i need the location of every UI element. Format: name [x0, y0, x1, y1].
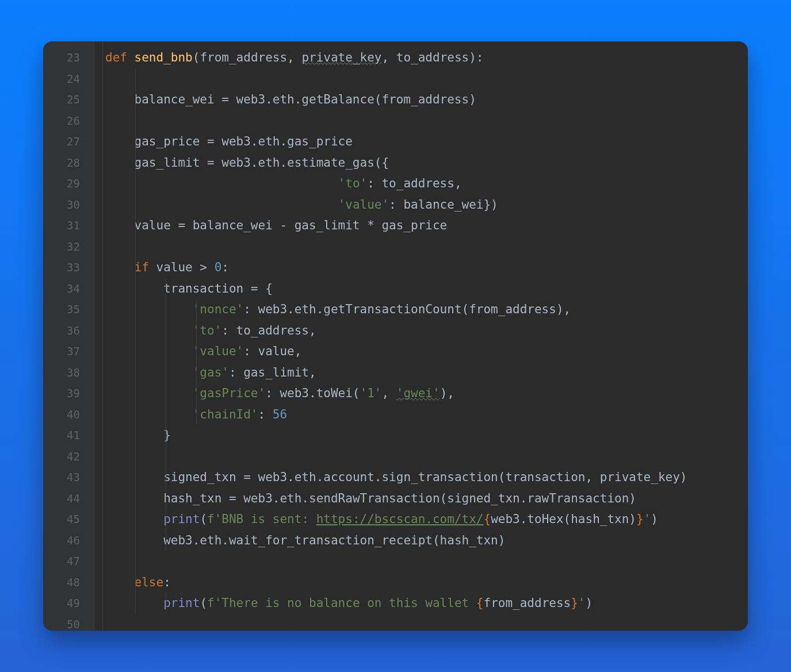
code-editor[interactable]: 2324252627282930313233343536373839404142… — [43, 41, 748, 631]
token: : balance_wei}) — [389, 198, 498, 212]
token: 'value' — [193, 344, 244, 358]
line-number: 48 — [43, 572, 94, 593]
code-line[interactable]: 'gas': gas_limit, — [105, 362, 748, 383]
token: ) — [586, 596, 593, 610]
token: gas_limit = web3.eth.estimate_gas({ — [135, 156, 389, 170]
code-line[interactable]: gas_limit = web3.eth.estimate_gas({ — [105, 152, 748, 174]
token: ( — [200, 596, 207, 610]
line-number: 26 — [43, 110, 94, 132]
token: gas_price = web3.eth.gas_price — [135, 135, 353, 148]
token: ' — [578, 596, 586, 610]
token: https://bscscan.com/tx/ — [316, 512, 484, 526]
token: ) — [651, 512, 658, 526]
token: } — [163, 428, 171, 442]
line-number: 40 — [43, 404, 94, 425]
line-number: 35 — [43, 299, 94, 320]
token: web3.eth.wait_for_transaction_receipt(ha… — [163, 533, 505, 547]
token: else — [135, 575, 164, 589]
fold-column — [94, 41, 103, 631]
code-line[interactable]: def send_bnb(from_address, private_key, … — [105, 47, 748, 68]
code-line[interactable] — [105, 551, 748, 572]
code-line[interactable]: 'chainId': 56 — [105, 404, 748, 425]
line-number: 34 — [43, 278, 94, 299]
code-line[interactable]: gas_price = web3.eth.gas_price — [105, 131, 748, 152]
token: f'BNB is sent: — [207, 512, 316, 526]
line-number: 50 — [43, 614, 94, 631]
code-line[interactable] — [105, 110, 748, 132]
token: : to_address, — [221, 324, 316, 337]
token: balance_wei = web3.eth.getBalance(from_a… — [135, 93, 476, 106]
token: : — [258, 408, 273, 421]
token: send_bnb — [135, 51, 193, 64]
line-number: 27 — [43, 131, 94, 152]
code-line[interactable]: print(f'BNB is sent: https://bscscan.com… — [105, 509, 748, 530]
code-line[interactable]: signed_txn = web3.eth.account.sign_trans… — [105, 467, 748, 488]
code-line[interactable]: print(f'There is no balance on this wall… — [105, 593, 748, 614]
line-number: 41 — [43, 425, 94, 446]
token: } — [636, 512, 644, 526]
line-number: 25 — [43, 89, 94, 110]
token: transaction = { — [163, 282, 273, 295]
line-number: 36 — [43, 320, 94, 341]
token: , — [381, 51, 396, 64]
token: ), — [440, 386, 454, 400]
token: web3.toHex(hash_txn) — [491, 512, 636, 526]
code-line[interactable]: 'to': to_address, — [105, 320, 748, 341]
token: private_key — [301, 51, 381, 64]
token: def — [105, 51, 135, 64]
line-number: 42 — [43, 446, 94, 467]
line-number: 38 — [43, 362, 94, 383]
token: : value, — [243, 344, 301, 358]
code-line[interactable] — [105, 236, 748, 258]
token: 56 — [273, 408, 287, 421]
token: : — [221, 260, 229, 274]
token: : web3.toWei( — [265, 386, 360, 400]
token: , — [381, 386, 396, 400]
code-line[interactable]: else: — [105, 572, 748, 593]
token: signed_txn = web3.eth.account.sign_trans… — [163, 470, 687, 484]
token: 'gasPrice' — [193, 386, 265, 400]
token: from_address — [200, 51, 287, 64]
token: print — [163, 596, 200, 610]
code-line[interactable]: 'nonce': web3.eth.getTransactionCount(fr… — [105, 299, 748, 320]
line-number: 45 — [43, 509, 94, 530]
token: ( — [193, 51, 200, 64]
token: ' — [644, 512, 651, 526]
token: to_address — [396, 51, 469, 64]
code-line[interactable]: if value > 0: — [105, 257, 748, 278]
line-number: 49 — [43, 593, 94, 614]
code-line[interactable]: web3.eth.wait_for_transaction_receipt(ha… — [105, 530, 748, 551]
token: { — [476, 596, 484, 610]
code-line[interactable]: hash_txn = web3.eth.sendRawTransaction(s… — [105, 488, 748, 509]
token — [135, 198, 338, 212]
code-line[interactable]: 'value': balance_wei}) — [105, 194, 748, 216]
line-number: 31 — [43, 215, 94, 236]
code-line[interactable]: transaction = { — [105, 278, 748, 299]
code-line[interactable]: 'value': value, — [105, 341, 748, 362]
code-line[interactable]: } — [105, 425, 748, 446]
token: f'There is no balance on this wallet — [207, 596, 476, 610]
token: ): — [469, 51, 483, 64]
line-number-gutter: 2324252627282930313233343536373839404142… — [43, 41, 94, 631]
token: : web3.eth.getTransactionCount(from_addr… — [243, 302, 571, 316]
token: , — [287, 51, 301, 64]
code-area[interactable]: def send_bnb(from_address, private_key, … — [103, 41, 748, 631]
code-line[interactable]: value = balance_wei - gas_limit * gas_pr… — [105, 215, 748, 236]
code-line[interactable] — [105, 614, 748, 631]
line-number: 37 — [43, 341, 94, 362]
token: : gas_limit, — [229, 366, 316, 379]
code-line[interactable]: 'gasPrice': web3.toWei('1', 'gwei'), — [105, 383, 748, 404]
token: 'chainId' — [193, 408, 258, 421]
line-number: 46 — [43, 530, 94, 551]
line-number: 28 — [43, 152, 94, 174]
token: print — [163, 512, 200, 526]
code-line[interactable] — [105, 446, 748, 467]
token: 'to' — [193, 324, 222, 337]
code-line[interactable]: 'to': to_address, — [105, 173, 748, 194]
token: 'gas' — [193, 366, 229, 379]
line-number: 33 — [43, 257, 94, 278]
line-number: 23 — [43, 47, 94, 68]
token: 'gwei' — [396, 386, 440, 400]
code-line[interactable] — [105, 68, 748, 90]
code-line[interactable]: balance_wei = web3.eth.getBalance(from_a… — [105, 89, 748, 110]
